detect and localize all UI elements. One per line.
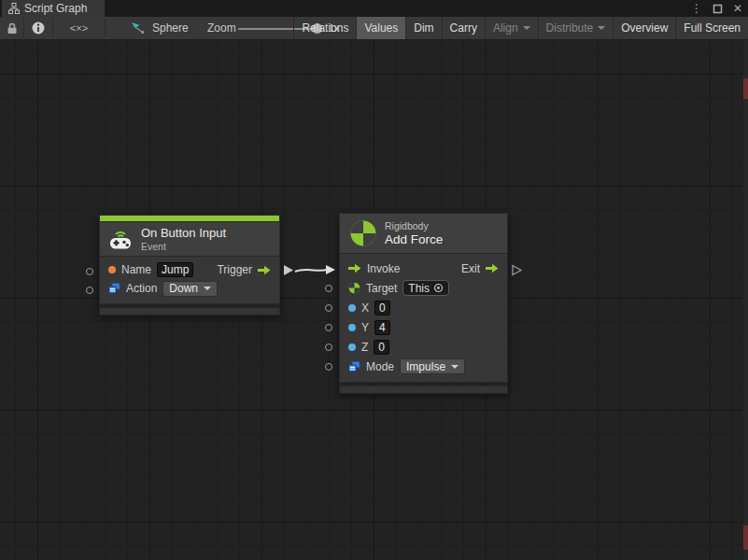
- node-header[interactable]: On Button Input Event: [99, 221, 280, 257]
- fullscreen-button[interactable]: Full Screen: [675, 17, 748, 39]
- scrollbar-marker-top: [743, 78, 748, 99]
- target-object-field[interactable]: This: [402, 280, 449, 296]
- port-row-y: Y 4: [340, 317, 507, 337]
- node-body: Name Jump Trigger Action Down: [99, 257, 280, 304]
- gamepad-icon: [107, 228, 134, 250]
- z-input[interactable]: 0: [374, 340, 389, 355]
- port-label: X: [361, 301, 369, 315]
- flow-arrow-icon[interactable]: [258, 265, 271, 275]
- toolbar-button-group: Relations Values Dim Carry Align Distrib…: [293, 17, 748, 39]
- graph-toolbar: <×> Sphere Zoom 1x Relations Values Dim …: [0, 17, 748, 40]
- object-picker-icon[interactable]: [433, 283, 444, 293]
- port-row-z: Z 0: [340, 337, 507, 357]
- rigidbody-port-icon[interactable]: [348, 282, 360, 294]
- y-input[interactable]: 4: [374, 320, 390, 335]
- node-header[interactable]: Rigidbody Add Force: [339, 213, 508, 254]
- chevron-down-icon: [598, 26, 605, 30]
- graph-canvas[interactable]: On Button Input Event Name Jump Trigger: [0, 40, 748, 560]
- script-graph-icon: [8, 3, 20, 14]
- name-input[interactable]: Jump: [157, 262, 193, 277]
- node-title: On Button Input: [141, 226, 226, 240]
- node-on-button-input[interactable]: On Button Input Event Name Jump Trigger: [99, 215, 280, 315]
- values-button[interactable]: Values: [356, 17, 405, 39]
- dropdown-arrow-icon: [451, 365, 459, 369]
- relations-button[interactable]: Relations: [293, 17, 356, 39]
- port-row-invoke: Invoke Exit: [340, 259, 507, 278]
- chevron-down-icon: [523, 26, 530, 30]
- port-label: Y: [361, 321, 369, 334]
- lock-button[interactable]: [0, 17, 23, 39]
- node-subtitle: Event: [141, 241, 226, 252]
- dim-button[interactable]: Dim: [405, 17, 441, 39]
- node-footer: [99, 307, 280, 315]
- breadcrumb-graph-name: Sphere: [152, 21, 189, 35]
- input-port-circle[interactable]: [325, 324, 332, 331]
- x-input[interactable]: 0: [374, 301, 390, 315]
- trigger-output-handle-icon[interactable]: [282, 264, 294, 276]
- title-bar: Script Graph ⋮ ✕: [0, 0, 748, 17]
- port-label: Exit: [461, 262, 480, 275]
- event-color-bar: [99, 215, 280, 221]
- vertical-scrollbar[interactable]: [743, 40, 748, 560]
- port-row-mode: Mode Impulse: [340, 357, 507, 376]
- node-title: Add Force: [385, 232, 443, 246]
- tab-label: Script Graph: [24, 2, 87, 15]
- menu-icon[interactable]: ⋮: [691, 0, 702, 17]
- port-row-name: Name Jump Trigger: [100, 260, 279, 279]
- distribute-dropdown[interactable]: Distribute: [538, 17, 614, 39]
- close-icon[interactable]: ✕: [733, 0, 742, 17]
- overview-button[interactable]: Overview: [613, 17, 675, 39]
- port-label: Z: [361, 341, 368, 354]
- port-row-target: Target This: [340, 278, 507, 298]
- port-label: Invoke: [367, 262, 400, 275]
- value-port-blue-icon[interactable]: [348, 304, 356, 312]
- value-port-orange-icon[interactable]: [108, 266, 116, 273]
- node-footer: [339, 385, 508, 394]
- info-icon: [32, 21, 45, 35]
- dropdown-arrow-icon: [204, 287, 211, 290]
- input-port-circle[interactable]: [325, 304, 332, 312]
- value-port-blue-icon[interactable]: [348, 324, 356, 331]
- port-label: Action: [126, 282, 157, 295]
- node-body: Invoke Exit Target This: [339, 254, 508, 383]
- toolbar-separator: [105, 19, 106, 37]
- enum-icon[interactable]: [348, 361, 360, 372]
- port-label: Trigger: [217, 263, 252, 276]
- mode-dropdown[interactable]: Impulse: [400, 358, 465, 374]
- action-dropdown[interactable]: Down: [162, 281, 218, 297]
- code-view-button[interactable]: <×>: [53, 17, 105, 39]
- info-button[interactable]: [24, 17, 52, 39]
- input-port-circle[interactable]: [325, 363, 332, 371]
- port-label: Target: [366, 282, 397, 295]
- scrollbar-marker-bottom: [743, 525, 748, 550]
- flow-arrow-icon[interactable]: [348, 263, 361, 273]
- enum-icon[interactable]: [108, 283, 120, 294]
- port-label: Name: [121, 263, 151, 276]
- input-port-circle[interactable]: [325, 343, 332, 351]
- exit-output-handle-icon[interactable]: [511, 264, 523, 276]
- flow-arrow-icon[interactable]: [486, 263, 499, 273]
- rigidbody-icon: [349, 219, 377, 247]
- input-port-circle[interactable]: [86, 268, 93, 275]
- value-port-blue-icon[interactable]: [348, 343, 356, 351]
- node-component: Rigidbody: [385, 220, 443, 231]
- zoom-label: Zoom: [207, 17, 236, 39]
- breadcrumb[interactable]: Sphere: [131, 17, 189, 39]
- port-row-x: X 0: [340, 298, 507, 317]
- node-add-force[interactable]: Rigidbody Add Force Invoke Exit: [339, 213, 508, 394]
- maximize-icon[interactable]: [713, 4, 723, 14]
- tab-script-graph[interactable]: Script Graph: [2, 0, 105, 17]
- code-icon: <×>: [70, 22, 88, 34]
- input-port-circle[interactable]: [325, 285, 332, 292]
- window-controls: ⋮ ✕: [691, 0, 742, 17]
- graph-pointer-icon: [131, 21, 146, 35]
- align-dropdown[interactable]: Align: [485, 17, 538, 39]
- input-port-circle[interactable]: [86, 287, 93, 294]
- port-row-action: Action Down: [100, 279, 279, 298]
- port-label: Mode: [366, 360, 394, 373]
- lock-icon: [7, 22, 18, 35]
- carry-button[interactable]: Carry: [442, 17, 485, 39]
